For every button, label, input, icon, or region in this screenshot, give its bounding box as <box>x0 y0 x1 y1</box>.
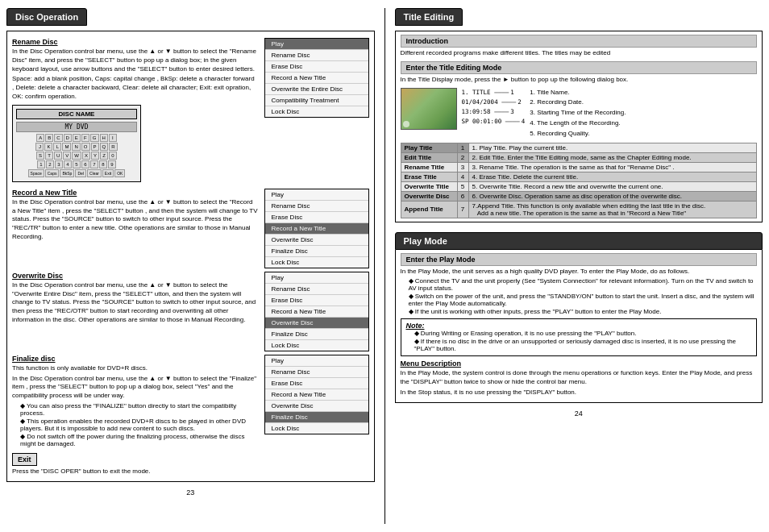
menu3-item-finalize[interactable]: Finalize Disc <box>265 329 368 340</box>
vertical-divider <box>384 8 385 524</box>
preview-info: 1. TITLE ————1 01/04/2004 ————2 13:09:58… <box>462 88 526 127</box>
title-name-2: 2. Recording Date. <box>530 98 626 108</box>
play-bullet-3: If the unit is working with other inputs… <box>409 308 758 315</box>
table-cell-r3c3: 3. Rename Title. The operation is the sa… <box>468 162 757 172</box>
menu3-item-overwrite[interactable]: Overwrite Disc <box>265 318 368 329</box>
menu1-item-lock[interactable]: Lock Disc <box>265 106 368 117</box>
menu2-item-record[interactable]: Record a New Title <box>265 223 368 235</box>
menu2-item-finalize[interactable]: Finalize Disc <box>265 246 368 257</box>
menu2-item-overwrite[interactable]: Overwrite Disc <box>265 235 368 246</box>
table-cell-r7c3: 7.Append Title. This function is only av… <box>468 201 757 218</box>
table-cell-r5c3: 5. Overwrite Title. Record a new title a… <box>468 181 757 191</box>
table-row: Rename Title 3 3. Rename Title. The oper… <box>401 162 757 172</box>
table-cell-r1c1: Play Title <box>401 143 457 152</box>
preview-thumbnail <box>401 88 457 130</box>
menu-box-1: Play Rename Disc Erase Disc Record a New… <box>264 38 369 118</box>
menu3-item-erase[interactable]: Erase Disc <box>265 295 368 306</box>
table-row: Overwrite Disc 6 6. Overwrite Disc. Oper… <box>401 191 757 201</box>
record-title-section: Play Rename Disc Erase Disc Record a New… <box>12 189 369 268</box>
right-page-num: 24 <box>395 409 763 418</box>
menu-desc-heading: Menu Description <box>401 360 758 368</box>
menu4-item-play[interactable]: Play <box>265 355 368 367</box>
note-bullet-2: If there is no disc in the drive or an u… <box>414 338 752 352</box>
menu3-item-rename[interactable]: Rename Disc <box>265 284 368 295</box>
left-column: Disc Operation Play Rename Disc Erase Di… <box>6 8 375 524</box>
menu4-item-overwrite[interactable]: Overwrite Disc <box>265 401 368 412</box>
table-cell-r5c1: Overwrite Title <box>401 181 457 191</box>
menu-box-3: Play Rename Disc Erase Disc Record a New… <box>264 272 369 351</box>
kbd-row-4: 123456789 <box>16 160 137 168</box>
title-editing-title: Title Editing <box>395 8 463 26</box>
title-preview: 1. TITLE ————1 01/04/2004 ————2 13:09:58… <box>401 88 758 139</box>
menu1-item-record[interactable]: Record a New Title <box>265 73 368 84</box>
menu4-item-rename[interactable]: Rename Disc <box>265 367 368 378</box>
menu1-item-compat[interactable]: Compatibility Treatment <box>265 95 368 106</box>
main-page: Disc Operation Play Rename Disc Erase Di… <box>0 0 769 532</box>
enter-play-text: In the Play Mode, the unit serves as a h… <box>401 268 758 276</box>
menu4-item-lock[interactable]: Lock Disc <box>265 423 368 434</box>
preview-left <box>401 88 457 130</box>
title-name-4: 4. The Length of the Recording. <box>530 118 626 129</box>
table-cell-r3c1: Rename Title <box>401 162 457 172</box>
menu2-item-erase[interactable]: Erase Disc <box>265 212 368 223</box>
menu-box-4: Play Rename Disc Erase Disc Record a New… <box>264 355 369 434</box>
play-bullet-1: Connect the TV and the unit properly (Se… <box>409 277 758 292</box>
menu4-item-record[interactable]: Record a New Title <box>265 389 368 401</box>
table-cell-r4c1: Erase Title <box>401 172 457 181</box>
menu4-item-erase[interactable]: Erase Disc <box>265 378 368 389</box>
table-cell-r1c2: 1 <box>457 143 468 152</box>
exit-label: Exit <box>12 453 37 466</box>
title-table: Play Title 1 1. Play Title. Play the cur… <box>401 143 758 218</box>
exit-text: Press the "DISC OPER" button to exit the… <box>12 468 369 476</box>
preview-line1: 1. TITLE ————1 <box>462 88 526 98</box>
table-row: Play Title 1 1. Play Title. Play the cur… <box>401 143 757 152</box>
menu2-item-play[interactable]: Play <box>265 189 368 201</box>
table-cell-r5c2: 5 <box>457 181 468 191</box>
finalize-disc-section: Play Rename Disc Erase Disc Record a New… <box>12 355 369 448</box>
table-cell-r6c3: 6. Overwrite Disc. Operation same as dis… <box>468 191 757 201</box>
table-row: Edit Title 2 2. Edit Title. Enter the Ti… <box>401 152 757 162</box>
menu3-item-record[interactable]: Record a New Title <box>265 306 368 318</box>
finalize-bullet3: Do not switch off the power during the f… <box>20 433 369 447</box>
menu-desc-text2: In the Stop status, it is no use pressin… <box>401 389 758 397</box>
kbd-row-1: ABCDEFGHI <box>16 134 137 142</box>
menu1-item-overwrite[interactable]: Overwrite the Entire Disc <box>265 84 368 95</box>
table-cell-r2c3: 2. Edit Title. Enter the Title Editing m… <box>468 152 757 162</box>
preview-line4: SP 00:01:00 ————4 <box>462 117 526 127</box>
disc-operation-content: Play Rename Disc Erase Disc Record a New… <box>6 31 375 482</box>
title-editing-header: Title Editing <box>395 8 763 26</box>
table-cell-r7c1: Append Title <box>401 201 457 218</box>
title-name-3: 3. Starting Time of the Recording. <box>530 108 626 118</box>
table-row: Erase Title 4 4. Erase Title. Delete the… <box>401 172 757 181</box>
right-column: Title Editing Introduction Different rec… <box>395 8 763 524</box>
table-cell-r1c3: 1. Play Title. Play the current title. <box>468 143 757 152</box>
kbd-row-2: JKLMNOPQR <box>16 143 137 151</box>
table-cell-r3c2: 3 <box>457 162 468 172</box>
title-editing-content: Introduction Different recorded programs… <box>395 31 763 222</box>
table-cell-r7c2: 7 <box>457 201 468 218</box>
title-name-5: 5. Recording Quality. <box>530 129 626 139</box>
kbd-name-value: MY DVD <box>16 122 137 132</box>
enter-play-heading: Enter the Play Mode <box>401 253 758 266</box>
note-title: Note: <box>406 322 752 330</box>
left-page-num: 23 <box>6 488 375 497</box>
menu-box-2: Play Rename Disc Erase Disc Record a New… <box>264 189 369 268</box>
menu2-item-rename[interactable]: Rename Disc <box>265 201 368 212</box>
enter-mode-text: In the Title Display mode, press the ► b… <box>401 76 758 85</box>
title-name-list: 1. Title Name. 2. Recording Date. 3. Sta… <box>530 88 626 139</box>
menu4-item-finalize[interactable]: Finalize Disc <box>265 412 368 423</box>
menu1-item-play[interactable]: Play <box>265 39 368 50</box>
note-box: Note: During Writing or Erasing operatio… <box>401 318 758 356</box>
menu2-item-lock[interactable]: Lock Disc <box>265 257 368 268</box>
play-mode-section: Play Mode Enter the Play Mode In the Pla… <box>395 232 763 403</box>
keyboard-image: DISC NAME MY DVD ABCDEFGHI JKLMNOPQR STU… <box>12 105 141 182</box>
exit-section: Exit Press the "DISC OPER" button to exi… <box>12 453 369 476</box>
menu1-item-rename[interactable]: Rename Disc <box>265 50 368 61</box>
menu1-item-erase[interactable]: Erase Disc <box>265 61 368 73</box>
preview-line2: 01/04/2004 ————2 <box>462 98 526 107</box>
table-cell-r2c1: Edit Title <box>401 152 457 162</box>
menu3-item-lock[interactable]: Lock Disc <box>265 340 368 351</box>
play-bullet-2: Switch on the power of the unit, and pre… <box>409 293 758 307</box>
play-mode-content: Enter the Play Mode In the Play Mode, th… <box>395 250 763 403</box>
menu3-item-play[interactable]: Play <box>265 272 368 284</box>
